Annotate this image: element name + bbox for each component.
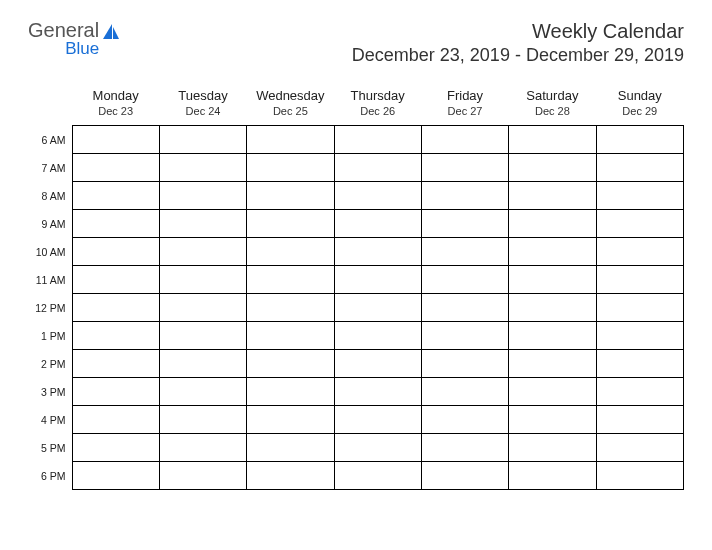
- time-slot[interactable]: [421, 154, 508, 182]
- time-slot[interactable]: [421, 406, 508, 434]
- time-slot[interactable]: [159, 154, 246, 182]
- time-slot[interactable]: [509, 434, 596, 462]
- time-slot[interactable]: [334, 238, 421, 266]
- time-slot[interactable]: [247, 378, 334, 406]
- time-slot[interactable]: [596, 294, 683, 322]
- time-slot[interactable]: [509, 350, 596, 378]
- time-slot[interactable]: [334, 210, 421, 238]
- calendar-grid: Monday Tuesday Wednesday Thursday Friday…: [28, 84, 684, 490]
- hour-row: 8 AM: [28, 182, 684, 210]
- time-slot[interactable]: [596, 406, 683, 434]
- time-slot[interactable]: [596, 350, 683, 378]
- time-slot[interactable]: [72, 182, 159, 210]
- time-slot[interactable]: [596, 210, 683, 238]
- time-slot[interactable]: [421, 238, 508, 266]
- time-slot[interactable]: [596, 154, 683, 182]
- time-slot[interactable]: [159, 294, 246, 322]
- time-slot[interactable]: [334, 462, 421, 490]
- time-slot[interactable]: [334, 154, 421, 182]
- time-slot[interactable]: [596, 266, 683, 294]
- time-slot[interactable]: [334, 126, 421, 154]
- time-label: 8 AM: [28, 182, 72, 210]
- time-slot[interactable]: [159, 350, 246, 378]
- time-slot[interactable]: [159, 378, 246, 406]
- time-slot[interactable]: [247, 406, 334, 434]
- time-slot[interactable]: [421, 294, 508, 322]
- time-slot[interactable]: [509, 406, 596, 434]
- time-slot[interactable]: [334, 182, 421, 210]
- time-slot[interactable]: [72, 406, 159, 434]
- time-slot[interactable]: [72, 210, 159, 238]
- time-slot[interactable]: [72, 350, 159, 378]
- time-slot[interactable]: [421, 350, 508, 378]
- time-slot[interactable]: [159, 182, 246, 210]
- time-slot[interactable]: [334, 350, 421, 378]
- time-slot[interactable]: [509, 378, 596, 406]
- time-slot[interactable]: [72, 238, 159, 266]
- time-slot[interactable]: [72, 294, 159, 322]
- time-slot[interactable]: [247, 266, 334, 294]
- time-slot[interactable]: [596, 322, 683, 350]
- time-slot[interactable]: [509, 322, 596, 350]
- time-slot[interactable]: [421, 434, 508, 462]
- time-slot[interactable]: [72, 266, 159, 294]
- time-slot[interactable]: [509, 182, 596, 210]
- time-slot[interactable]: [72, 378, 159, 406]
- hour-row: 1 PM: [28, 322, 684, 350]
- time-slot[interactable]: [334, 322, 421, 350]
- time-slot[interactable]: [421, 210, 508, 238]
- time-slot[interactable]: [509, 126, 596, 154]
- time-slot[interactable]: [247, 126, 334, 154]
- time-slot[interactable]: [509, 238, 596, 266]
- time-label: 10 AM: [28, 238, 72, 266]
- time-slot[interactable]: [421, 182, 508, 210]
- time-slot[interactable]: [247, 294, 334, 322]
- time-slot[interactable]: [596, 182, 683, 210]
- time-slot[interactable]: [509, 294, 596, 322]
- time-slot[interactable]: [334, 294, 421, 322]
- time-slot[interactable]: [247, 154, 334, 182]
- time-slot[interactable]: [159, 322, 246, 350]
- time-slot[interactable]: [159, 406, 246, 434]
- time-slot[interactable]: [509, 266, 596, 294]
- time-slot[interactable]: [421, 266, 508, 294]
- time-slot[interactable]: [247, 322, 334, 350]
- time-slot[interactable]: [421, 126, 508, 154]
- time-slot[interactable]: [72, 126, 159, 154]
- time-slot[interactable]: [159, 434, 246, 462]
- time-slot[interactable]: [159, 462, 246, 490]
- time-slot[interactable]: [509, 154, 596, 182]
- time-slot[interactable]: [159, 238, 246, 266]
- time-slot[interactable]: [72, 322, 159, 350]
- time-slot[interactable]: [247, 210, 334, 238]
- day-date: Dec 26: [334, 105, 421, 126]
- time-slot[interactable]: [159, 266, 246, 294]
- time-slot[interactable]: [247, 462, 334, 490]
- time-slot[interactable]: [596, 238, 683, 266]
- time-slot[interactable]: [334, 406, 421, 434]
- time-slot[interactable]: [334, 378, 421, 406]
- time-slot[interactable]: [421, 322, 508, 350]
- time-slot[interactable]: [247, 350, 334, 378]
- time-slot[interactable]: [421, 378, 508, 406]
- time-slot[interactable]: [72, 154, 159, 182]
- time-slot[interactable]: [334, 266, 421, 294]
- time-slot[interactable]: [596, 378, 683, 406]
- time-slot[interactable]: [509, 210, 596, 238]
- time-slot[interactable]: [596, 126, 683, 154]
- time-slot[interactable]: [334, 434, 421, 462]
- day-date: Dec 27: [421, 105, 508, 126]
- time-slot[interactable]: [159, 210, 246, 238]
- time-slot[interactable]: [509, 462, 596, 490]
- time-slot[interactable]: [72, 434, 159, 462]
- time-slot[interactable]: [596, 462, 683, 490]
- time-slot[interactable]: [159, 126, 246, 154]
- time-slot[interactable]: [421, 462, 508, 490]
- corner-cell: [28, 84, 72, 105]
- time-slot[interactable]: [247, 238, 334, 266]
- time-slot[interactable]: [247, 182, 334, 210]
- time-slot[interactable]: [247, 434, 334, 462]
- time-slot[interactable]: [596, 434, 683, 462]
- time-slot[interactable]: [72, 462, 159, 490]
- hour-row: 6 AM: [28, 126, 684, 154]
